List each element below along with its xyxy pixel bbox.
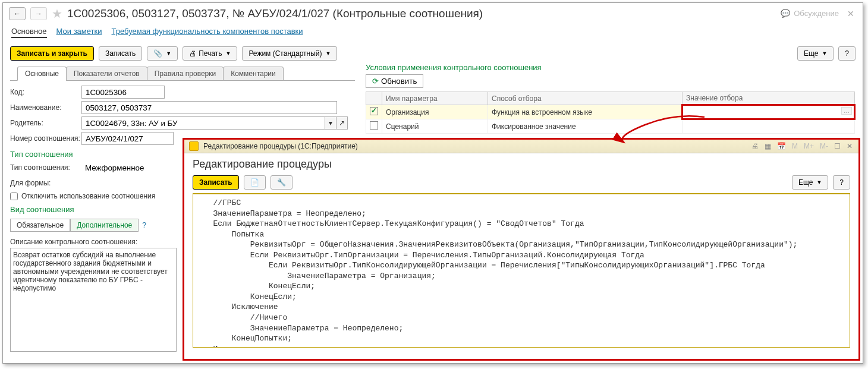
close-icon[interactable]: ✕ <box>847 9 854 18</box>
printer-icon: 🖨 <box>189 49 196 58</box>
parent-label: Родитель: <box>10 119 81 127</box>
logo-icon <box>189 141 199 151</box>
header: ← → ★ 1С0025306, 0503127, 0503737, № АУБ… <box>3 3 863 24</box>
row-method: Фиксированное значение <box>488 119 682 134</box>
table-row[interactable]: Сценарий Фиксированное значение <box>366 119 855 134</box>
form-label: Для формы: <box>10 179 81 187</box>
modal-help-button[interactable]: ? <box>833 175 850 190</box>
paperclip-icon: 📎 <box>153 49 162 58</box>
name-label: Наименование: <box>10 103 81 112</box>
code-label: Код: <box>10 88 81 96</box>
col-name[interactable]: Имя параметра <box>382 92 488 105</box>
main-toolbar: Записать и закрыть Записать 📎▼ 🖨Печать▼ … <box>3 44 863 63</box>
kind-help[interactable]: ? <box>142 221 146 229</box>
code-editor[interactable]: //ГРБС ЗначениеПараметра = Неопределено;… <box>193 193 850 348</box>
kind-additional[interactable]: Дополнительное <box>70 219 139 232</box>
tab-indicators[interactable]: Показатели отчетов <box>66 67 147 81</box>
form-tabs: Основные Показатели отчетов Правила пров… <box>17 67 348 81</box>
m-minus-button[interactable]: M- <box>819 142 829 150</box>
more-dropdown[interactable]: Еще▼ <box>797 46 834 61</box>
parent-input[interactable] <box>81 116 325 130</box>
modal-heading: Редактирование процедуры <box>193 158 850 171</box>
param-table: Имя параметра Способ отбора Значение отб… <box>366 92 856 134</box>
form-value <box>81 176 174 190</box>
m-plus-button[interactable]: M+ <box>803 142 815 150</box>
discussion-link[interactable]: 💬 Обсуждение <box>781 9 839 18</box>
row-checkbox[interactable] <box>370 121 378 130</box>
refresh-button[interactable]: ⟳ Обновить <box>366 74 423 88</box>
page-title: 1С0025306, 0503127, 0503737, № АУБУ/024/… <box>67 7 483 20</box>
tab-rules[interactable]: Правила проверки <box>147 67 224 81</box>
print-icon[interactable]: 🖨 <box>750 142 760 150</box>
parent-dropdown-button[interactable]: ▾ <box>325 116 336 130</box>
m-button[interactable]: M <box>791 142 799 150</box>
star-icon[interactable]: ★ <box>52 7 62 21</box>
modal-titlebar[interactable]: Редактирование процедуры (1С:Предприятие… <box>184 140 858 153</box>
tab-comments[interactable]: Комментарии <box>223 67 284 81</box>
type-value <box>81 161 174 174</box>
nav-forward-button[interactable]: → <box>30 7 47 20</box>
nav-link-notes[interactable]: Мои заметки <box>56 27 102 38</box>
type-label: Тип соотношения: <box>10 163 81 172</box>
modal-tool2-button[interactable]: 🔧 <box>271 175 293 190</box>
modal-save-button[interactable]: Записать <box>193 175 239 190</box>
num-label: Номер соотношения: <box>10 134 81 143</box>
row-value-cell[interactable] <box>683 119 855 134</box>
tab-main[interactable]: Основные <box>17 67 67 81</box>
refresh-icon: ⟳ <box>372 77 379 86</box>
name-input[interactable] <box>81 101 337 114</box>
col-value[interactable]: Значение отбора <box>683 92 855 105</box>
parent-open-button[interactable]: ↗ <box>336 116 348 130</box>
row-name: Сценарий <box>382 119 488 134</box>
modal-titlebar-text: Редактирование процедуры (1С:Предприятие… <box>203 142 358 150</box>
help-button[interactable]: ? <box>838 46 856 61</box>
modal-more-dropdown[interactable]: Еще▼ <box>792 175 828 190</box>
row-method: Функция на встроенном языке <box>488 105 682 119</box>
disable-label: Отключить использование соотношения <box>21 192 155 200</box>
save-button[interactable]: Записать <box>99 46 142 61</box>
modal-close-icon[interactable]: ✕ <box>845 142 854 150</box>
num-input[interactable] <box>81 132 174 145</box>
col-method[interactable]: Способ отбора <box>488 92 682 105</box>
nav-link-required[interactable]: Требуемая функциональность компонентов п… <box>112 27 303 38</box>
row-value-cell[interactable]: … <box>683 105 855 119</box>
code-input[interactable] <box>81 86 165 99</box>
attach-dropdown[interactable]: 📎▼ <box>147 46 178 61</box>
mode-dropdown[interactable]: Режим (Стандартный)▼ <box>242 46 337 61</box>
row-checkbox[interactable] <box>370 107 378 115</box>
row-name: Организация <box>382 105 488 119</box>
desc-textarea[interactable]: Возврат остатков субсидий на выполнение … <box>10 248 177 352</box>
nav-back-button[interactable]: ← <box>9 7 26 20</box>
save-close-button[interactable]: Записать и закрыть <box>10 46 94 61</box>
disable-checkbox[interactable] <box>10 193 18 200</box>
table-row[interactable]: Организация Функция на встроенном языке … <box>366 105 855 119</box>
chat-icon: 💬 <box>781 9 790 18</box>
main-window: ← → ★ 1С0025306, 0503127, 0503737, № АУБ… <box>2 2 863 364</box>
print-dropdown[interactable]: 🖨Печать▼ <box>183 46 237 61</box>
grid-icon[interactable]: ▦ <box>763 142 772 150</box>
modal-toolbar: Записать 📄 🔧 Еще▼ ? <box>193 175 850 190</box>
conditions-title: Условия применения контрольного соотноше… <box>366 63 856 72</box>
procedure-editor-modal: Редактирование процедуры (1С:Предприятие… <box>183 138 860 361</box>
modal-tool1-button[interactable]: 📄 <box>244 175 266 190</box>
kind-toggle: Обязательное Дополнительное <box>10 219 139 232</box>
value-ellipsis-button[interactable]: … <box>841 107 852 115</box>
kind-mandatory[interactable]: Обязательное <box>10 219 70 232</box>
calendar-icon[interactable]: 📅 <box>776 142 787 150</box>
nav-links: Основное Мои заметки Требуемая функциона… <box>3 24 863 44</box>
nav-link-main[interactable]: Основное <box>11 27 47 38</box>
maximize-icon[interactable]: ☐ <box>833 142 842 150</box>
